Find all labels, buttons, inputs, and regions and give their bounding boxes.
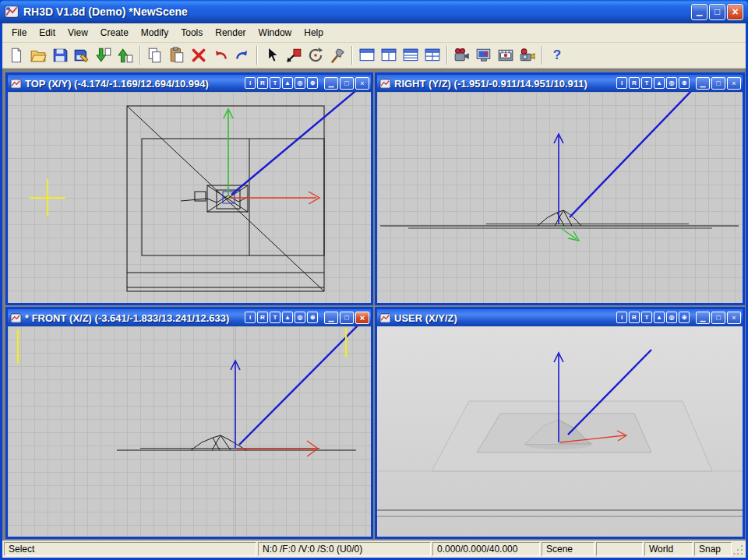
viewport-icon: [10, 312, 22, 324]
viewport-user-titlebar[interactable]: USER (X/Y/Z) IRT▲◎⊕ ▁ □ ×: [377, 309, 743, 326]
z-axis-arrow: [231, 361, 240, 449]
window-title: RH3D V1.8d (Demo) *NewScene: [23, 5, 690, 18]
menu-item[interactable]: Window: [252, 24, 298, 41]
viewport-right-titlebar[interactable]: RIGHT (Y/Z) (-1.951/-0.911/14.951/10.911…: [377, 75, 743, 92]
open-file-button[interactable]: [27, 44, 49, 66]
menu-item[interactable]: View: [62, 24, 94, 41]
redo-arrow-icon: [234, 47, 251, 64]
render-projector-button[interactable]: [517, 44, 538, 66]
toolbar-separator: [542, 46, 543, 65]
viewport-tool-button[interactable]: ⊕: [307, 77, 318, 89]
viewport-top-canvas[interactable]: [8, 92, 371, 303]
light-direction-line: [231, 92, 360, 195]
window-titlebar[interactable]: RH3D V1.8d (Demo) *NewScene ▁ □ ×: [0, 0, 748, 23]
viewport-tool-button[interactable]: T: [270, 77, 280, 89]
viewport-tool-button[interactable]: R: [629, 312, 640, 323]
help-button[interactable]: ?: [546, 44, 568, 66]
viewport-front-canvas[interactable]: [8, 326, 371, 537]
viewport-tool-button[interactable]: ▲: [654, 312, 665, 323]
viewport-user: USER (X/Y/Z) IRT▲◎⊕ ▁ □ ×: [375, 307, 745, 539]
viewport-minimize-button[interactable]: ▁: [696, 77, 710, 90]
viewport-close-button[interactable]: ×: [727, 312, 741, 324]
viewport-tool-button[interactable]: ▲: [282, 77, 293, 89]
viewport-icon: [379, 312, 391, 324]
viewport-tool-button[interactable]: ▲: [654, 77, 665, 89]
menu-item[interactable]: File: [5, 24, 33, 41]
viewport-maximize-button[interactable]: □: [340, 312, 354, 324]
axe-tool-icon: [329, 47, 346, 64]
toolbar-separator: [256, 46, 258, 65]
viewport-tool-button[interactable]: R: [257, 312, 268, 323]
delete-x-icon: [190, 47, 207, 64]
viewport-close-button[interactable]: ×: [727, 77, 741, 90]
viewport-tool-button[interactable]: ◎: [666, 77, 677, 89]
viewport-right-canvas[interactable]: [377, 92, 743, 303]
copy-button[interactable]: [144, 44, 166, 66]
menu-item[interactable]: Modify: [135, 24, 175, 41]
viewport-tool-button[interactable]: ▲: [282, 312, 293, 323]
close-button[interactable]: ×: [727, 4, 743, 20]
import-button[interactable]: [93, 44, 115, 66]
move-button[interactable]: [283, 44, 305, 66]
viewport-front-title: * FRONT (X/Z) (-3.641/-1.833/13.241/12.6…: [25, 312, 229, 324]
viewport-front-titlebar[interactable]: * FRONT (X/Z) (-3.641/-1.833/13.241/12.6…: [8, 309, 371, 326]
new-file-button[interactable]: [5, 44, 27, 66]
viewport-tool-button[interactable]: ⊕: [307, 312, 318, 323]
render-camera-button[interactable]: [451, 44, 473, 66]
save-button[interactable]: [49, 44, 71, 66]
undo-button[interactable]: [210, 44, 231, 66]
viewport-tool-button[interactable]: I: [245, 312, 256, 323]
redo-button[interactable]: [231, 44, 253, 66]
export-button[interactable]: [115, 44, 136, 66]
viewport-tool-button[interactable]: T: [270, 312, 280, 323]
viewport-tool-button[interactable]: ⊕: [679, 77, 690, 89]
viewport-maximize-button[interactable]: □: [340, 77, 354, 90]
menu-item[interactable]: Create: [94, 24, 135, 41]
menu-item[interactable]: Help: [298, 24, 330, 41]
render-film-button[interactable]: [495, 44, 517, 66]
axe-button[interactable]: [326, 44, 348, 66]
select-button[interactable]: [261, 44, 283, 66]
resize-grip[interactable]: [733, 543, 744, 555]
maximize-button[interactable]: □: [709, 4, 725, 20]
viewport-tool-button[interactable]: ⊕: [679, 312, 690, 323]
viewport-tool-button[interactable]: ◎: [666, 312, 677, 323]
viewport-top-titlebar[interactable]: TOP (X/Y) (-4.174/-1.169/12.694/10.994) …: [8, 75, 371, 92]
layout-quad-button[interactable]: [422, 44, 443, 66]
viewport-maximize-button[interactable]: □: [711, 312, 725, 324]
viewport-tool-button[interactable]: ◎: [295, 77, 305, 89]
layout-columns-button[interactable]: [378, 44, 400, 66]
viewport-tool-button[interactable]: I: [245, 77, 256, 89]
menu-item[interactable]: Render: [209, 24, 252, 41]
menu-bar: FileEditViewCreateModifyToolsRenderWindo…: [2, 23, 746, 43]
viewport-tool-buttons: IRT▲◎⊕: [245, 312, 318, 323]
viewport-minimize-button[interactable]: ▁: [696, 312, 710, 324]
rotate-button[interactable]: [305, 44, 326, 66]
viewport-tool-button[interactable]: ◎: [295, 312, 305, 323]
menu-item[interactable]: Edit: [33, 24, 62, 41]
viewport-user-canvas[interactable]: [377, 326, 743, 537]
viewport-tool-button[interactable]: T: [641, 77, 652, 89]
viewport-tool-button[interactable]: I: [616, 312, 627, 323]
viewport-minimize-button[interactable]: ▁: [324, 312, 338, 324]
rotate-tool-icon: [307, 47, 324, 64]
toolbar-separator: [139, 46, 141, 65]
viewport-tool-button[interactable]: I: [616, 77, 627, 89]
viewport-tool-button[interactable]: R: [257, 77, 268, 89]
delete-button[interactable]: [188, 44, 210, 66]
layout-rows-button[interactable]: [400, 44, 422, 66]
cursor-crosshair: [30, 179, 65, 217]
toolbar: ?: [2, 43, 746, 69]
render-monitor-button[interactable]: [473, 44, 495, 66]
viewport-minimize-button[interactable]: ▁: [324, 77, 338, 90]
viewport-close-button[interactable]: ×: [355, 312, 369, 324]
save-as-button[interactable]: [71, 44, 93, 66]
menu-item[interactable]: Tools: [175, 24, 209, 41]
viewport-tool-button[interactable]: R: [629, 77, 640, 89]
paste-button[interactable]: [166, 44, 188, 66]
viewport-close-button[interactable]: ×: [355, 77, 369, 90]
viewport-maximize-button[interactable]: □: [711, 77, 725, 90]
layout-single-button[interactable]: [356, 44, 378, 66]
minimize-button[interactable]: ▁: [691, 4, 707, 20]
viewport-tool-button[interactable]: T: [641, 312, 652, 323]
